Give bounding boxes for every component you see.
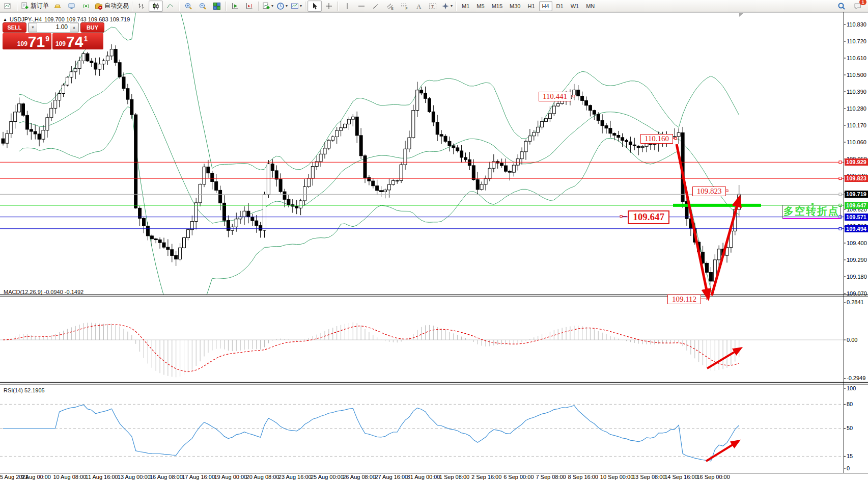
rsi-tick-label: 80 [847, 401, 868, 407]
trend-arrow-object[interactable] [712, 198, 739, 296]
price-chart-canvas[interactable] [0, 12, 868, 480]
horizontal-line-button[interactable] [354, 1, 369, 12]
price-line-tag: 109.647 [845, 202, 868, 209]
new-order-button[interactable]: 新订单 [19, 1, 50, 12]
macd-indicator-label: MACD(12,26,9) -0.0940 -0.1492 [4, 289, 83, 295]
horizontal-line-icon [357, 2, 366, 10]
sell-price-pip: 9 [45, 35, 49, 43]
annotation-text-object[interactable]: 多空转折点 [782, 205, 841, 219]
fibonacci-icon: F [400, 2, 408, 10]
symbol-quotes: 109.700 109.743 109.683 109.719 [44, 16, 130, 22]
toolbar-separator [17, 2, 18, 11]
equidistant-channel-icon: E [386, 2, 394, 10]
volume-input[interactable]: 1.00 [37, 23, 70, 32]
equidistant-channel-button[interactable]: E [383, 1, 397, 12]
templates-button[interactable]: ▾ [289, 1, 303, 12]
candle-chart-button[interactable] [149, 1, 163, 12]
new-chart-button[interactable]: ▾ [261, 1, 275, 12]
timeframe-h1-button[interactable]: H1 [524, 1, 538, 11]
price-tick-label: 110.500 [847, 72, 868, 78]
timeframe-m30-button[interactable]: M30 [507, 1, 523, 11]
chat-button[interactable]: 1 [851, 1, 865, 12]
time-tick-label: 13 Aug 00:00 [118, 474, 151, 480]
rsi-tick-label: 100 [847, 385, 868, 391]
line-handle[interactable] [839, 161, 842, 164]
terminal-icon [68, 2, 76, 10]
chevron-down-icon[interactable]: ▾ [451, 4, 453, 8]
autotrading-button[interactable]: 自动交易 [93, 1, 130, 12]
macd-tick-label: -0.2949 [847, 375, 868, 381]
templates-icon [291, 2, 299, 10]
line-handle[interactable] [839, 177, 842, 180]
buy-button[interactable]: BUY [80, 22, 104, 33]
price-callout-110.160[interactable]: 110.160 [640, 134, 673, 144]
chevron-down-icon[interactable]: ▾ [300, 4, 302, 8]
support-highlight-bar[interactable] [673, 204, 761, 207]
line-handle[interactable] [839, 227, 842, 230]
zoom-out-button[interactable] [195, 1, 210, 12]
price-callout-110.441[interactable]: 110.441 [539, 92, 571, 101]
time-tick-label: 25 Aug 00:00 [311, 474, 344, 480]
auto-scroll-button[interactable] [228, 1, 242, 12]
trend-arrow-object[interactable] [706, 441, 738, 461]
timeframe-m15-button[interactable]: M15 [489, 1, 506, 11]
rsi-panel[interactable] [0, 404, 844, 461]
line-chart-button[interactable] [163, 1, 177, 12]
price-tick-label: 109.180 [847, 274, 868, 280]
chevron-down-icon[interactable]: ▾ [286, 4, 288, 8]
macd-panel[interactable] [0, 322, 844, 377]
time-tick-label: 10 Sep 00:00 [600, 474, 633, 480]
timeframe-w1-button[interactable]: W1 [568, 1, 582, 11]
annotation-handle[interactable] [811, 203, 814, 205]
vertical-line-button[interactable] [340, 1, 354, 12]
text-label-button[interactable]: T [426, 1, 440, 12]
timeframe-m5-button[interactable]: M5 [473, 1, 487, 11]
sell-price-display[interactable]: 109 71 9 [3, 33, 51, 49]
search-button[interactable] [834, 1, 849, 12]
arrows-icon [441, 2, 450, 10]
chart-fragment-button[interactable] [1, 1, 15, 12]
price-callout-109.647[interactable]: 109.647 [628, 210, 669, 224]
volume-increase-button[interactable]: ▲ [70, 23, 78, 32]
bar-chart-button[interactable] [134, 1, 149, 12]
timeframe-m1-button[interactable]: M1 [459, 1, 472, 11]
collapse-triangle-icon[interactable]: ▲ [3, 17, 7, 22]
cursor-button[interactable] [307, 1, 322, 12]
timeframe-d1-button[interactable]: D1 [553, 1, 567, 11]
buy-price-display[interactable]: 109 74 1 [52, 33, 103, 49]
price-tick-label: 110.170 [847, 122, 868, 128]
sell-button[interactable]: SELL [3, 22, 26, 33]
line-handle[interactable] [839, 193, 842, 196]
one-click-trading-panel: SELL ▼ 1.00 ▲ BUY 109 71 9 109 74 1 [3, 22, 104, 49]
volume-decrease-button[interactable]: ▼ [29, 23, 37, 32]
zoom-in-button[interactable] [181, 1, 195, 12]
timeframe-h4-button[interactable]: H4 [539, 1, 552, 11]
chart-shift-icon [245, 2, 254, 10]
main-price-panel[interactable] [2, 12, 741, 340]
sell-price-main: 71 [28, 35, 45, 49]
current-price-tag: 109.719 [845, 191, 868, 198]
tile-windows-button[interactable] [210, 1, 224, 12]
chart-shift-button[interactable] [242, 1, 257, 12]
periods-button[interactable]: ▾ [275, 1, 289, 12]
text-button[interactable]: A [411, 1, 426, 12]
fibonacci-button[interactable]: F [397, 1, 411, 12]
trend-arrow-object[interactable] [677, 144, 708, 298]
chevron-down-icon[interactable]: ▾ [271, 4, 273, 8]
price-callout-109.823[interactable]: 109.823 [692, 186, 726, 196]
signals-button[interactable] [79, 1, 93, 12]
chart-window[interactable]: ▲ USDJPY-,H4 109.700 109.743 109.683 109… [0, 12, 868, 480]
timeframe-mn-button[interactable]: MN [583, 1, 598, 11]
rsi-tick-label: 0 [847, 465, 868, 471]
time-axis[interactable]: 5 Aug 20219 Aug 00:0010 Aug 08:0011 Aug … [0, 473, 868, 480]
trendline-button[interactable] [369, 1, 383, 12]
price-line-tag: 109.929 [845, 158, 868, 166]
terminal-button[interactable] [65, 1, 79, 12]
price-callout-109.112[interactable]: 109.112 [667, 295, 701, 304]
chart-shift-marker[interactable] [739, 13, 743, 17]
arrows-button[interactable]: ▾ [440, 1, 454, 12]
market-watch-gold-button[interactable] [50, 1, 65, 12]
crosshair-button[interactable] [322, 1, 336, 12]
time-tick-label: 27 Aug 16:00 [375, 474, 408, 480]
time-tick-label: 6 Sep 00:00 [503, 474, 534, 480]
